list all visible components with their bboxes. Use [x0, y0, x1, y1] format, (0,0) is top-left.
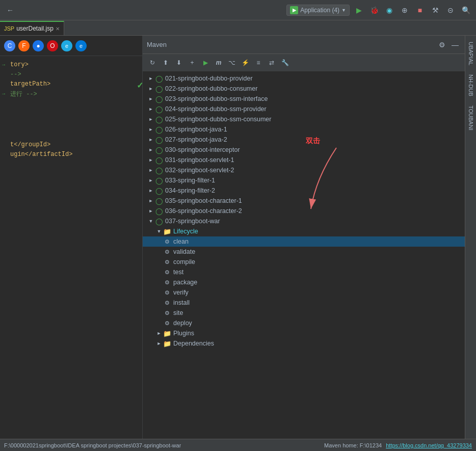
tree-item-034[interactable]: ► ◯ 034-spring-filter-2 [143, 185, 465, 196]
tree-item-031[interactable]: ► ◯ 031-springboot-servlet-1 [143, 155, 465, 165]
lifecycle-icon-verify: ⚙ [163, 288, 171, 297]
code-text: targetPath> [10, 79, 50, 89]
structure-button[interactable]: ⊝ [444, 4, 457, 16]
tree-item-035[interactable]: ► ◯ 035-springboot-character-1 [143, 196, 465, 206]
tree-label-023: 023-springboot-dubbo-ssm-interface [165, 95, 268, 102]
tree-item-install[interactable]: ⚙ install [143, 298, 465, 308]
tree-item-lifecycle-group[interactable]: ▼ 📁 Lifecycle [143, 226, 465, 236]
maven-wrench-button[interactable]: 🔧 [279, 57, 290, 68]
tree-item-test[interactable]: ⚙ test [143, 267, 465, 277]
maven-panel: Maven ⚙ — ↻ ⬆ ⬇ + ▶ m ⌥ ⚡ ≡ ⇄ 🔧 [143, 36, 465, 439]
tree-item-036[interactable]: ► ◯ 036-springboot-character-2 [143, 206, 465, 216]
module-icon-025: ◯ [155, 115, 163, 123]
tree-item-validate[interactable]: ⚙ validate [143, 247, 465, 257]
tree-label-dependencies: Dependencies [173, 340, 214, 347]
tree-item-deploy[interactable]: ⚙ deploy [143, 318, 465, 328]
tree-item-023[interactable]: ► ◯ 023-springboot-dubbo-ssm-interface [143, 94, 465, 104]
browser3-icon[interactable]: ● [33, 40, 44, 51]
file-type-icon: JSP [4, 25, 14, 32]
arrow-indicator: → [2, 90, 8, 98]
coverage-button[interactable]: ◉ [383, 4, 395, 16]
module-icon-027: ◯ [155, 136, 163, 144]
tree-item-025[interactable]: ► ◯ 025-springboot-dubbo-ssm-consumer [143, 114, 465, 124]
sidebar-tab-toubani[interactable]: TOUBANI [466, 101, 475, 135]
tree-item-030[interactable]: ► ◯ 030-springboot-interceptor [143, 145, 465, 155]
run-config-label: Application (4) [300, 7, 339, 14]
lifecycle-icon-package: ⚙ [163, 278, 171, 286]
run-config-selector[interactable]: ▶ Application (4) ▼ [286, 5, 350, 16]
module-icon-024: ◯ [155, 105, 163, 113]
debug-button[interactable]: 🐞 [368, 4, 380, 16]
maven-add-button[interactable]: ⬆ [160, 57, 171, 68]
tree-arrow-034: ► [147, 187, 155, 195]
tree-item-024[interactable]: ► ◯ 024-springboot-dubbo-ssm-provider [143, 104, 465, 114]
code-line: ugin</artifactId> [2, 150, 140, 160]
tree-item-032[interactable]: ► ◯ 032-springboot-servlet-2 [143, 165, 465, 175]
opera-icon[interactable]: O [47, 40, 58, 51]
tree-label-037: 037-springboot-war [165, 218, 220, 225]
maven-toggle-button[interactable]: ⇄ [266, 57, 277, 68]
tree-item-021[interactable]: ► ◯ 021-springboot-dubbo-provider [143, 73, 465, 84]
stop-button[interactable]: ■ [414, 4, 426, 16]
maven-remove-button[interactable]: ⬇ [173, 57, 184, 68]
tree-label-032: 032-springboot-servlet-2 [165, 167, 234, 174]
tree-arrow-030: ► [147, 146, 155, 154]
run-button[interactable]: ▶ [353, 4, 365, 16]
tree-item-clean[interactable]: ⚙ clean [143, 236, 465, 247]
code-text: tory> [10, 60, 29, 70]
tree-label-test: test [173, 269, 183, 276]
status-link[interactable]: https://blog.csdn.net/qq_43279334 [386, 442, 472, 448]
maven-list-button[interactable]: ≡ [253, 57, 264, 68]
tree-label-033: 033-spring-filter-1 [165, 177, 215, 184]
tree-item-package[interactable]: ⚙ package [143, 277, 465, 287]
status-path: F:\000002021springboot\IDEA springboot p… [4, 442, 181, 448]
tree-item-026[interactable]: ► ◯ 026-springboot-java-1 [143, 124, 465, 135]
tree-label-install: install [173, 299, 190, 306]
tree-item-022[interactable]: ► ◯ 022-springboot-dubbo-consumer [143, 84, 465, 94]
main-area: C F ● O e e ✓ → tory> --> targetPath> → [0, 36, 476, 439]
tree-item-037[interactable]: ▼ ◯ 037-springboot-war [143, 216, 465, 226]
module-icon-031: ◯ [155, 156, 163, 164]
module-icon-036: ◯ [155, 207, 163, 215]
ie-icon[interactable]: e [61, 40, 72, 51]
maven-settings-button[interactable]: ⚙ [436, 39, 447, 50]
tab-close-button[interactable]: ✕ [56, 26, 60, 32]
tree-label-030: 030-springboot-interceptor [165, 146, 240, 153]
tree-item-dependencies[interactable]: ► 📁 Dependencies [143, 338, 465, 349]
maven-new-button[interactable]: + [187, 57, 198, 68]
back-button[interactable]: ← [4, 4, 16, 16]
firefox-icon[interactable]: F [18, 40, 30, 51]
sidebar-tab-ubapial[interactable]: UBAPIAL [466, 38, 475, 69]
maven-minimize-button[interactable]: — [449, 39, 461, 50]
maven-lightning-button[interactable]: ⚡ [240, 57, 251, 68]
tree-label-compile: compile [173, 258, 195, 266]
tree-arrow-032: ► [147, 166, 155, 174]
tree-label-025: 025-springboot-dubbo-ssm-consumer [165, 116, 271, 123]
chrome-icon[interactable]: C [4, 40, 15, 51]
lifecycle-icon-compile: ⚙ [163, 258, 171, 266]
tree-item-compile[interactable]: ⚙ compile [143, 257, 465, 267]
maven-run-button[interactable]: ▶ [200, 57, 211, 68]
code-editor[interactable]: → tory> --> targetPath> → 进行 --> t</grou… [0, 56, 142, 439]
module-icon-023: ◯ [155, 95, 163, 103]
edge-icon[interactable]: e [75, 40, 87, 51]
tree-item-027[interactable]: ► ◯ 027-springboot-java-2 [143, 135, 465, 145]
build-button[interactable]: ⚒ [429, 4, 441, 16]
tree-item-verify[interactable]: ⚙ verify [143, 287, 465, 298]
maven-m-button[interactable]: m [213, 57, 224, 68]
maven-refresh-button[interactable]: ↻ [147, 57, 158, 68]
search-everywhere-button[interactable]: 🔍 [460, 4, 472, 16]
maven-tree[interactable]: ► ◯ 021-springboot-dubbo-provider ► ◯ 02… [143, 71, 465, 439]
tree-item-site[interactable]: ⚙ site [143, 308, 465, 318]
maven-skip-button[interactable]: ⌥ [226, 57, 237, 68]
tree-item-plugins[interactable]: ► 📁 Plugins [143, 328, 465, 338]
tab-userdetail[interactable]: JSP userDetail.jsp ✕ [0, 21, 64, 35]
module-icon-033: ◯ [155, 176, 163, 184]
code-line: targetPath> [2, 79, 140, 89]
tree-item-033[interactable]: ► ◯ 033-spring-filter-1 [143, 175, 465, 185]
editor-panel: C F ● O e e ✓ → tory> --> targetPath> → [0, 36, 143, 439]
profile-button[interactable]: ⊕ [399, 4, 411, 16]
module-icon-026: ◯ [155, 125, 163, 134]
sidebar-tab-nhidub[interactable]: NH-DUB [466, 70, 475, 100]
lifecycle-icon-site: ⚙ [163, 309, 171, 317]
